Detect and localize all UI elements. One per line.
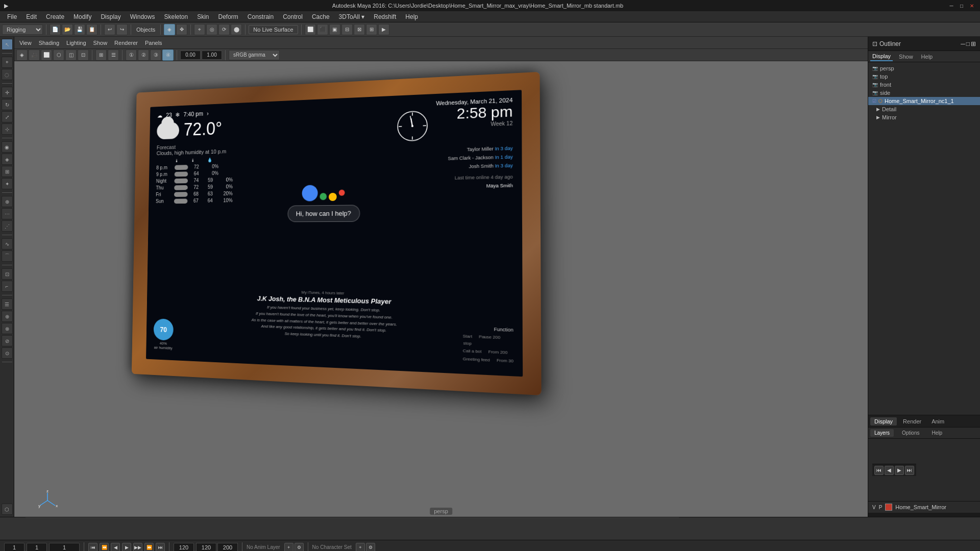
transform-tool[interactable]: ⊹ bbox=[2, 123, 13, 135]
tree-item-front[interactable]: 📷 front bbox=[868, 81, 980, 89]
soft-mod-tool[interactable]: ◉ bbox=[2, 141, 13, 153]
mode-dropdown[interactable]: Rigging bbox=[2, 24, 43, 35]
br-tab-render[interactable]: Render bbox=[899, 417, 925, 425]
time-keyframe[interactable]: 1 bbox=[49, 543, 80, 552]
render6-btn[interactable]: ⊞ bbox=[366, 24, 377, 35]
vt-panels[interactable]: Panels bbox=[142, 39, 165, 47]
range-end[interactable] bbox=[217, 543, 238, 552]
time-end[interactable]: 120 bbox=[174, 543, 194, 552]
redo-btn[interactable]: ↪ bbox=[116, 24, 128, 35]
render2-btn[interactable]: ⬛ bbox=[317, 24, 328, 35]
menu-display[interactable]: Display bbox=[96, 12, 125, 21]
cluster-tool[interactable]: ✦ bbox=[2, 178, 13, 189]
vt-xray-btn[interactable]: ⊡ bbox=[78, 49, 89, 61]
lasso-tool[interactable]: ⌖ bbox=[2, 57, 13, 68]
ring-btn[interactable]: ⬤ bbox=[231, 24, 242, 35]
vt-wireframe-btn[interactable]: ⬡ bbox=[53, 49, 64, 61]
restore-button[interactable]: □ bbox=[958, 2, 966, 10]
vt-persp1[interactable]: ① bbox=[126, 49, 137, 61]
view-value2[interactable] bbox=[202, 51, 222, 60]
br-nav-right[interactable]: ▶ bbox=[895, 466, 904, 475]
tree-item-persp[interactable]: 📷 persp bbox=[868, 64, 980, 72]
vt-grid-btn[interactable]: ⊞ bbox=[95, 49, 107, 61]
vt-renderer[interactable]: Renderer bbox=[111, 39, 141, 47]
br-sub-help[interactable]: Help bbox=[927, 429, 946, 437]
move-tool[interactable]: ✛ bbox=[2, 87, 13, 98]
br-nav-left[interactable]: ◀ bbox=[885, 466, 894, 475]
extra3-btn[interactable]: ⊗ bbox=[2, 323, 13, 334]
render4-btn[interactable]: ⊟ bbox=[341, 24, 353, 35]
outliner-tab-help[interactable]: Help bbox=[919, 53, 935, 61]
tree-item-detail[interactable]: ▶ Detail bbox=[868, 105, 980, 113]
3d-viewport[interactable]: ☁ 23 ❄ 7:40 pm › 72.0° bbox=[14, 61, 868, 517]
menu-constrain[interactable]: Constrain bbox=[243, 12, 278, 21]
extra4-btn[interactable]: ⊘ bbox=[2, 335, 13, 346]
render3-btn[interactable]: ▣ bbox=[329, 24, 340, 35]
vt-shading[interactable]: Shading bbox=[36, 39, 62, 47]
extra1-btn[interactable]: ☰ bbox=[2, 298, 13, 310]
vt-camera-btn[interactable]: 🎥 bbox=[29, 49, 40, 61]
tree-item-mirror[interactable]: ☑ ⬡ Home_Smart_Mirror_nc1_1 bbox=[868, 97, 980, 105]
undo-btn[interactable]: ↩ bbox=[104, 24, 115, 35]
menu-cache[interactable]: Cache bbox=[308, 12, 334, 21]
play-prev-key[interactable]: ⏪ bbox=[100, 543, 109, 552]
vt-view[interactable]: View bbox=[16, 39, 35, 47]
menu-control[interactable]: Control bbox=[279, 12, 307, 21]
play-next-frame[interactable]: ▶▶ bbox=[133, 543, 142, 552]
new-btn[interactable]: 📄 bbox=[50, 24, 61, 35]
play-prev-frame[interactable]: ◀ bbox=[111, 543, 120, 552]
time-current[interactable]: 1 bbox=[27, 543, 47, 552]
hotbox-btn[interactable]: ⬡ bbox=[2, 504, 13, 515]
skin-tool[interactable]: ⋰ bbox=[2, 220, 13, 232]
render1-btn[interactable]: ⬜ bbox=[305, 24, 316, 35]
loop-btn[interactable]: ⟳ bbox=[218, 24, 230, 35]
render-play[interactable]: ▶ bbox=[378, 24, 389, 35]
menu-edit[interactable]: Edit bbox=[22, 12, 41, 21]
vt-persp3[interactable]: ③ bbox=[150, 49, 161, 61]
menu-3dtoall[interactable]: 3DToAll ▾ bbox=[335, 12, 369, 21]
select-btn[interactable]: ◈ bbox=[164, 24, 175, 35]
vt-smooth-btn[interactable]: ◫ bbox=[65, 49, 77, 61]
br-scrollbar[interactable] bbox=[868, 513, 980, 517]
render5-btn[interactable]: ⊠ bbox=[354, 24, 365, 35]
tree-item-top[interactable]: 📷 top bbox=[868, 72, 980, 81]
save-btn[interactable]: 💾 bbox=[74, 24, 85, 35]
minimize-button[interactable]: ─ bbox=[947, 2, 955, 10]
outliner-minimize[interactable]: ─ bbox=[961, 40, 965, 47]
close-button[interactable]: ✕ bbox=[968, 2, 976, 10]
joint-tool[interactable]: ⊕ bbox=[2, 196, 13, 207]
vt-persp4[interactable]: ④ bbox=[162, 49, 174, 61]
rotate-tool[interactable]: ↻ bbox=[2, 99, 13, 110]
outliner-restore[interactable]: □ bbox=[966, 40, 970, 47]
timeline-ruler[interactable]: // This won't run inside SVG, handled be… bbox=[0, 517, 980, 540]
anim-layer-add[interactable]: + bbox=[284, 543, 293, 552]
save-as-btn[interactable]: 📋 bbox=[86, 24, 97, 35]
extra5-btn[interactable]: ⊙ bbox=[2, 347, 13, 359]
open-btn[interactable]: 📂 bbox=[62, 24, 73, 35]
view-value1[interactable] bbox=[180, 51, 201, 60]
ep-curve-tool[interactable]: ⌒ bbox=[2, 251, 13, 262]
menu-windows[interactable]: Windows bbox=[126, 12, 159, 21]
vt-isolate-btn[interactable]: ⬜ bbox=[41, 49, 52, 61]
vt-select-btn[interactable]: ◈ bbox=[16, 49, 28, 61]
paint-select-tool[interactable]: ◌ bbox=[2, 69, 13, 80]
select-tool[interactable]: ↖ bbox=[2, 39, 13, 50]
curve-tool[interactable]: ∿ bbox=[2, 238, 13, 249]
vt-show[interactable]: Show bbox=[90, 39, 111, 47]
br-nav-right2[interactable]: ⏭ bbox=[905, 466, 914, 475]
outliner-expand[interactable]: ⊞ bbox=[971, 40, 976, 47]
play-start-btn[interactable]: ⏮ bbox=[88, 543, 97, 552]
menu-redshift[interactable]: Redshift bbox=[370, 12, 400, 21]
lattice-tool[interactable]: ⊞ bbox=[2, 166, 13, 177]
br-sub-options[interactable]: Options bbox=[898, 429, 923, 437]
play-next-key[interactable]: ⏩ bbox=[144, 543, 154, 552]
anim-layer-settings[interactable]: ⚙ bbox=[295, 543, 304, 552]
br-sub-layers[interactable]: Layers bbox=[870, 429, 894, 437]
menu-create[interactable]: Create bbox=[42, 12, 68, 21]
play-end-btn[interactable]: ⏭ bbox=[156, 543, 165, 552]
measure-tool[interactable]: ⌐ bbox=[2, 281, 13, 292]
vt-hud-btn[interactable]: ☰ bbox=[108, 49, 119, 61]
br-tab-anim[interactable]: Anim bbox=[927, 417, 948, 425]
vt-lighting[interactable]: Lighting bbox=[63, 39, 89, 47]
sculpt-tool[interactable]: ◈ bbox=[2, 154, 13, 165]
